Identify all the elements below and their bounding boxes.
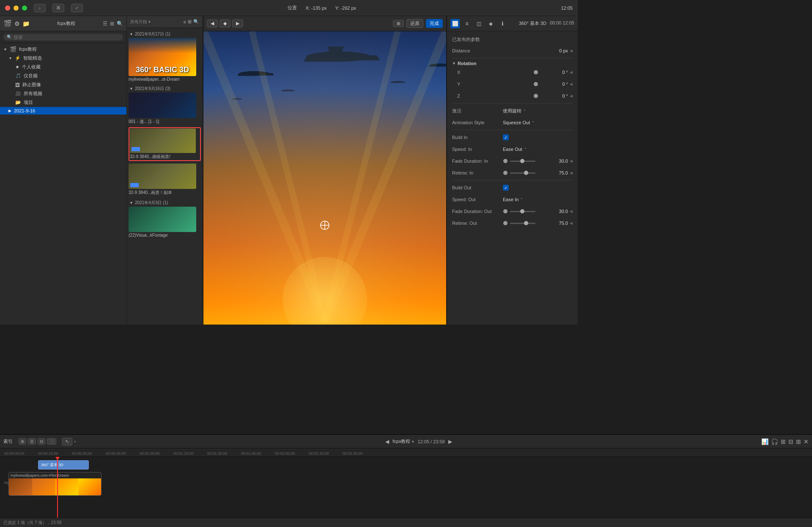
inspector-content: 已发布的参数 Distance 0 px ◀ ▼ Rotation X 0 ° xyxy=(447,31,578,325)
inspector-toolbar: ⬜ ≡ ◫ ◈ ℹ 360° 基本 3D 00:00 12:05 xyxy=(447,16,578,31)
maximize-button[interactable] xyxy=(22,5,27,11)
sidebar-item-date[interactable]: ▶ 2021-9-16 xyxy=(0,107,126,115)
retime-out-slider[interactable] xyxy=(503,221,535,225)
divider-2 xyxy=(452,103,573,104)
build-out-check-icon: ✓ xyxy=(503,185,509,191)
inspector-tab-help[interactable]: ℹ xyxy=(498,19,507,28)
search-wrap[interactable]: 🔍 xyxy=(3,34,123,41)
rotation-x-slider[interactable] xyxy=(508,70,538,74)
filter-tab-icon: ◈ xyxy=(489,21,493,27)
media-list: ▼ 2021年9月17日 (1) 360° BASIC 3D mylivewal… xyxy=(127,28,203,325)
inspector-clip-title: 360° 基本 3D xyxy=(519,20,546,27)
check-button[interactable]: ✓ xyxy=(71,4,83,12)
retime-in-row: Retime: In 75.0 ◀ xyxy=(452,168,573,177)
video-background: 360° BASIC 3D xyxy=(203,31,446,325)
media-date-header: 所有片段 ▾ xyxy=(130,19,184,25)
sidebar-item-audio[interactable]: 🎵 仅音频 xyxy=(0,71,126,80)
media-item-sep17-1[interactable]: 360° BASIC 3D mylivewallpaper...ot-Dream xyxy=(129,38,201,82)
position-x: X: -135 px xyxy=(305,5,326,11)
retime-in-value: 75.0 xyxy=(535,170,568,175)
retime-in-slider[interactable] xyxy=(503,171,535,175)
preview-canvas: 360° BASIC 3D xyxy=(203,31,446,325)
fade-in-thumb xyxy=(520,159,524,163)
build-out-checkbox[interactable]: ✓ xyxy=(503,185,509,191)
inspector-title-area: 360° 基本 3D 00:00 12:05 xyxy=(510,20,574,27)
rotation-y-label: Y xyxy=(457,82,508,87)
fade-in-dot xyxy=(503,159,508,163)
main-layout: 🎬 ⚙ 📁 fcpx教程 ☰ ⊞ 🔍 🔍 ▼ 🎬 fcpx教程 ▼ ⚡ 智能精 xyxy=(0,16,578,325)
rotation-y-dot xyxy=(534,82,538,86)
build-in-checkbox[interactable]: ✓ xyxy=(503,134,509,140)
minimize-button[interactable] xyxy=(14,5,19,11)
rotation-z-row: Z 0 ° ◀ xyxy=(452,91,573,101)
inspector-panel: ⬜ ≡ ◫ ◈ ℹ 360° 基本 3D 00:00 12:05 已发布的参数 xyxy=(447,16,578,325)
titlebar-time: 12:05 xyxy=(561,5,573,11)
build-in-label: Build In xyxy=(452,135,503,140)
section-header-sep17: ▼ 2021年9月17日 (1) xyxy=(129,30,201,38)
fade-out-row: Fade Duration: Out 30.0 ◀ xyxy=(452,207,573,216)
rotation-z-label: Z xyxy=(457,93,508,98)
speed-out-dropdown[interactable]: Ease In ⌃ xyxy=(503,197,523,202)
inspector-tab-audio[interactable]: ≡ xyxy=(462,19,472,28)
svg-rect-34 xyxy=(203,31,446,325)
speed-in-row: Speed: In Ease Out ⌃ xyxy=(452,145,573,154)
retime-out-value: 75.0 xyxy=(535,221,568,226)
titlebar-center: 位置 X: -135 px Y: -262 px xyxy=(86,5,557,11)
sidebar-item-projects[interactable]: 📂 项目 xyxy=(0,98,126,107)
fade-out-slider[interactable] xyxy=(503,209,535,213)
animation-style-dropdown[interactable]: Squeeze Out ⌃ xyxy=(503,120,535,125)
build-out-label: Build Out xyxy=(452,185,503,190)
crosshair-svg xyxy=(319,219,331,231)
activate-row: 激活 使用旋转 ⌃ xyxy=(452,106,573,115)
position-y: Y: -262 px xyxy=(335,5,357,11)
next-frame-button[interactable]: ▶ xyxy=(232,19,243,27)
rotation-z-slider[interactable] xyxy=(508,94,538,98)
sidebar-item-favorites[interactable]: ★ 个人收藏 xyxy=(0,63,126,71)
search-input[interactable] xyxy=(14,35,120,40)
rotation-y-slider[interactable] xyxy=(508,82,538,86)
sidebar-item-all-video[interactable]: 🎥 所有视频 xyxy=(0,89,126,98)
animation-style-row: Animation Style Squeeze Out ⌃ xyxy=(452,118,573,127)
done-button[interactable]: 完成 xyxy=(426,19,443,28)
fade-in-slider[interactable] xyxy=(503,159,535,163)
fade-out-value: 30.0 xyxy=(535,209,568,214)
close-button[interactable] xyxy=(5,5,10,11)
activate-dropdown[interactable]: 使用旋转 ⌃ xyxy=(503,108,526,114)
fade-in-label: Fade Duration: In xyxy=(452,158,503,164)
key-button[interactable]: ⌘ xyxy=(52,4,64,12)
rotation-section-header[interactable]: ▼ Rotation xyxy=(452,61,573,66)
prev-frame-button[interactable]: ◀ xyxy=(207,19,218,27)
sidebar-item-library[interactable]: ▼ 🎬 fcpx教程 xyxy=(0,45,126,54)
section-header-apr3: ▼ 2021年4月3日 (1) xyxy=(129,198,201,207)
rotation-y-value: 0 ° xyxy=(538,82,568,87)
rotation-y-row: Y 0 ° ◀ xyxy=(452,79,573,89)
fade-in-row: Fade Duration: In 30.0 ◀ xyxy=(452,156,573,166)
speed-in-dropdown[interactable]: Ease Out ⌃ xyxy=(503,147,527,152)
mark-button[interactable]: ◆ xyxy=(219,19,230,27)
speed-in-arrow: ⌃ xyxy=(524,147,527,151)
save-button[interactable]: ↓ xyxy=(34,4,46,12)
frame-button[interactable]: ⊞ xyxy=(393,20,404,27)
divider-3 xyxy=(452,130,573,130)
speed-out-row: Speed: Out Ease In ⌃ xyxy=(452,195,573,204)
distance-value: 0 px xyxy=(503,48,568,53)
media-item-sep16-2[interactable]: 32-9 3840...烧级画质! xyxy=(129,127,201,161)
restore-button[interactable]: 还原 xyxy=(406,19,423,28)
info-tab-icon: ◫ xyxy=(477,21,481,27)
media-item-apr3-1[interactable]: (22)Visua...kFootage xyxy=(129,207,201,238)
position-label: 位置 xyxy=(288,5,297,11)
media-item-sep16-1[interactable]: 001 - 漫... [1 - 1] xyxy=(129,93,201,125)
inspector-tab-filter[interactable]: ◈ xyxy=(486,19,495,28)
inspector-tab-info[interactable]: ◫ xyxy=(474,19,483,28)
audio-tab-icon: ≡ xyxy=(465,21,468,27)
build-out-row: Build Out ✓ xyxy=(452,183,573,192)
inspector-tab-video[interactable]: ⬜ xyxy=(450,19,460,28)
retime-in-dot xyxy=(503,171,508,175)
media-label-1: mylivewallpaper...ot-Dream xyxy=(129,77,201,82)
sidebar-item-stills[interactable]: 🖼 静止图像 xyxy=(0,80,126,89)
sidebar-item-smart[interactable]: ▼ ⚡ 智能精选 xyxy=(0,54,126,63)
inspector-timecode: 00:00 12:05 xyxy=(550,20,574,27)
fade-out-track xyxy=(510,211,535,212)
media-item-sep16-3[interactable]: 32-9 3840...画质！副本 xyxy=(129,164,201,196)
fade-out-dot xyxy=(503,209,508,213)
